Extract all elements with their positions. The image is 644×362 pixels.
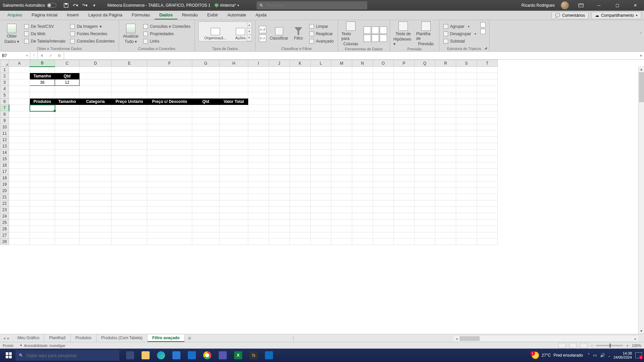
cell[interactable] (112, 169, 147, 175)
cell[interactable] (9, 194, 30, 200)
cell[interactable] (331, 188, 352, 194)
cell[interactable] (192, 73, 220, 79)
taskbar-search-field[interactable] (26, 353, 116, 358)
cell[interactable] (55, 118, 79, 124)
cell[interactable] (394, 239, 415, 245)
from-table-range-button[interactable]: De Tabela/Intervalo (23, 38, 66, 45)
cell[interactable] (30, 181, 55, 188)
cell[interactable]: Preço Unitário (112, 99, 147, 105)
cell[interactable] (112, 175, 147, 181)
cell[interactable] (290, 149, 311, 156)
cell[interactable] (435, 220, 456, 226)
cell[interactable] (112, 239, 147, 245)
cell[interactable] (192, 162, 220, 169)
sensitivity-badge[interactable]: #interna* ▾ (215, 3, 239, 8)
cell[interactable] (79, 149, 112, 156)
cell[interactable] (311, 200, 331, 207)
cell[interactable] (352, 130, 373, 137)
search-input[interactable]: 🔍︎ (257, 1, 367, 9)
cell[interactable] (394, 200, 415, 207)
cell[interactable] (112, 181, 147, 188)
cell[interactable] (248, 156, 269, 162)
cell[interactable] (79, 181, 112, 188)
cell[interactable] (269, 67, 290, 73)
cell[interactable] (331, 194, 352, 200)
remove-duplicates-button[interactable] (372, 26, 379, 34)
cell[interactable] (456, 124, 477, 130)
cell[interactable] (220, 232, 248, 239)
cell[interactable] (352, 239, 373, 245)
cell[interactable] (147, 162, 192, 169)
cell[interactable] (311, 220, 331, 226)
cell[interactable] (55, 67, 79, 73)
cell[interactable] (220, 162, 248, 169)
column-header[interactable]: I (248, 60, 269, 67)
cell[interactable] (112, 194, 147, 200)
row-header[interactable]: 6 (0, 99, 9, 105)
cell[interactable] (311, 130, 331, 137)
cell[interactable] (394, 232, 415, 239)
cell[interactable] (248, 73, 269, 79)
cell[interactable] (290, 220, 311, 226)
cell[interactable] (55, 226, 79, 232)
cell[interactable] (55, 188, 79, 194)
cell[interactable] (9, 169, 30, 175)
cell[interactable] (9, 239, 30, 245)
cell[interactable] (147, 105, 192, 111)
search-field[interactable] (266, 3, 365, 8)
cell[interactable] (415, 67, 435, 73)
cell[interactable] (311, 105, 331, 111)
cell[interactable] (220, 86, 248, 92)
cell[interactable] (9, 175, 30, 181)
cell[interactable] (373, 124, 394, 130)
cell[interactable] (415, 124, 435, 130)
cell[interactable] (352, 149, 373, 156)
cell[interactable] (456, 118, 477, 124)
what-if-button[interactable]: Teste de Hipóteses ▾ (393, 21, 413, 46)
cell[interactable] (79, 207, 112, 213)
cell[interactable] (331, 169, 352, 175)
cell[interactable] (55, 137, 79, 143)
cell[interactable] (192, 194, 220, 200)
cell[interactable] (331, 156, 352, 162)
cell[interactable] (220, 137, 248, 143)
cell[interactable] (415, 92, 435, 99)
cell[interactable] (9, 111, 30, 118)
cell[interactable] (220, 194, 248, 200)
cell[interactable] (290, 162, 311, 169)
cell[interactable] (55, 162, 79, 169)
add-sheet-button[interactable]: ⊕ (184, 336, 195, 341)
cell[interactable] (290, 239, 311, 245)
cell[interactable] (269, 239, 290, 245)
tray-chevron-icon[interactable]: ˄ (588, 353, 590, 358)
cell[interactable] (55, 156, 79, 162)
cell[interactable] (55, 181, 79, 188)
cell[interactable] (269, 169, 290, 175)
cell[interactable] (477, 207, 498, 213)
cell[interactable] (30, 86, 55, 92)
scroll-thumb[interactable] (639, 72, 644, 102)
column-header[interactable]: Q (415, 60, 435, 67)
cell[interactable] (331, 220, 352, 226)
cell[interactable] (9, 118, 30, 124)
cell[interactable] (456, 213, 477, 220)
cell[interactable] (331, 232, 352, 239)
sort-desc-button[interactable]: Z↓A (259, 35, 266, 42)
cell[interactable] (394, 188, 415, 194)
teams-button[interactable] (215, 349, 230, 362)
cell[interactable] (30, 92, 55, 99)
cell[interactable] (373, 232, 394, 239)
cell[interactable] (55, 194, 79, 200)
cell[interactable] (415, 169, 435, 175)
cell[interactable] (311, 92, 331, 99)
sevenzip-button[interactable]: 7z (246, 349, 261, 362)
cell[interactable] (192, 79, 220, 86)
zoom-value[interactable]: 100% (632, 344, 641, 348)
cell[interactable] (311, 99, 331, 105)
scroll-right-icon[interactable]: ▸ (633, 337, 638, 341)
cell[interactable] (192, 92, 220, 99)
cell[interactable] (435, 124, 456, 130)
column-header[interactable]: B (30, 60, 55, 67)
cell[interactable] (290, 200, 311, 207)
cell[interactable] (352, 207, 373, 213)
